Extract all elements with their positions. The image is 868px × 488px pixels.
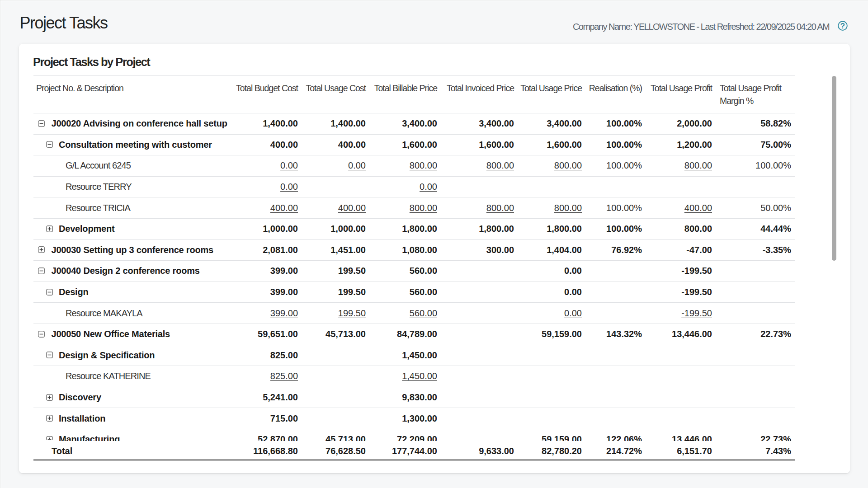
svg-text:?: ? [840,22,845,30]
